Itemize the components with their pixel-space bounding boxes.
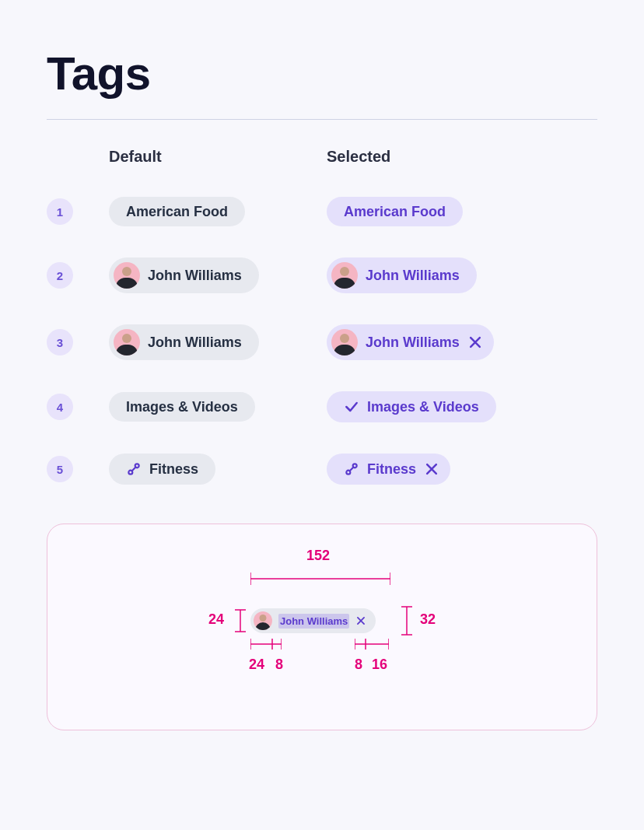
spec-height-label: 32 [420,611,436,628]
cell-selected-4: Images & Videos [327,391,597,422]
spec-avatar-mark [233,608,247,633]
tag-label: John Williams [366,268,460,282]
cell-selected-5: Fitness [327,454,597,485]
avatar [331,262,358,289]
dumbbell-icon [344,461,359,477]
tag-default-icon[interactable]: Fitness [109,454,215,485]
cell-default-2: John Williams [109,257,311,293]
cell-default-1: American Food [109,197,311,226]
tag-selected-avatar-close[interactable]: John Williams [327,324,494,360]
check-icon [344,399,359,415]
cell-selected-3: John Williams [327,324,597,360]
spec-gap-right-label: 8 [355,657,362,673]
tag-label: John Williams [148,335,242,349]
tag-label: American Food [344,205,446,219]
close-icon [355,615,366,626]
row-badge-1: 1 [47,198,73,225]
svg-line-5 [350,468,354,471]
spec-gap-left-label: 8 [275,657,283,673]
page: Tags Default Selected 1 American Food Am… [0,0,644,762]
tag-selected-icon-close[interactable]: Fitness [327,454,450,485]
svg-line-2 [132,468,136,471]
tag-label: Fitness [149,462,198,476]
tag-label: John Williams [278,614,349,629]
tag-label: John Williams [366,335,460,349]
tag-default-text[interactable]: American Food [109,197,245,226]
avatar [114,329,140,355]
tag-default-avatar[interactable]: John Williams [109,257,259,293]
avatar [331,329,358,355]
tag-label: American Food [126,205,228,219]
spec-height-mark [400,605,414,636]
row-badge-4: 4 [47,394,73,420]
spec-avatar-label: 24 [208,611,224,628]
tag-selected-avatar[interactable]: John Williams [327,257,477,293]
tag-label: Fitness [367,462,416,476]
column-header-selected: Selected [327,148,597,166]
tag-default-text[interactable]: Images & Videos [109,392,255,422]
spec-bottom-mark-left [250,636,282,652]
tag-selected-text[interactable]: American Food [327,197,463,226]
tag-default-avatar[interactable]: John Williams [109,324,259,360]
spec-width-mark [250,569,390,588]
spec-diagram: 152 24 32 John Wi [159,548,485,703]
spec-avatar-col-label: 24 [249,657,264,673]
column-header-default: Default [109,148,311,166]
tag-label: Images & Videos [367,400,479,414]
avatar [254,611,272,630]
spec-pad-right-label: 16 [372,657,387,673]
row-badge-5: 5 [47,456,73,482]
spec-example-tag: John Williams [250,608,376,633]
close-icon[interactable] [467,334,483,350]
spec-panel: 152 24 32 John Wi [47,524,597,730]
avatar [114,262,140,289]
row-badge-2: 2 [47,262,73,289]
spec-bottom-mark-right [355,636,389,652]
dumbbell-icon [126,461,142,477]
cell-selected-2: John Williams [327,257,597,293]
row-badge-3: 3 [47,329,73,355]
close-icon[interactable] [424,461,439,477]
tag-label: Images & Videos [126,400,238,414]
divider [47,119,597,120]
tag-selected-check[interactable]: Images & Videos [327,391,496,422]
variants-grid: Default Selected 1 American Food America… [47,148,597,485]
cell-default-4: Images & Videos [109,392,311,422]
cell-default-5: Fitness [109,454,311,485]
spec-width-label: 152 [306,548,330,564]
cell-selected-1: American Food [327,197,597,226]
page-title: Tags [47,47,597,100]
cell-default-3: John Williams [109,324,311,360]
tag-label: John Williams [148,268,242,282]
